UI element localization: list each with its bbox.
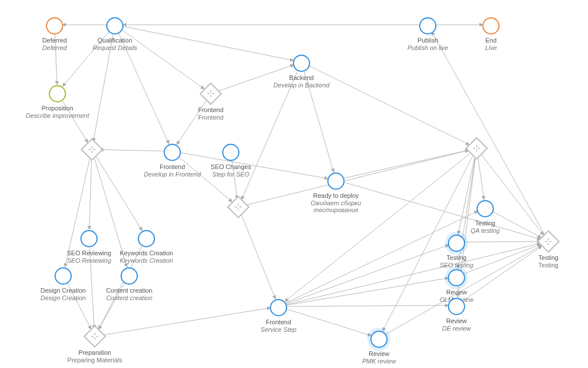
node-subtitle: SEO testing [411, 262, 502, 269]
node-circle-icon [46, 17, 63, 34]
gateway-subtitle: Frontend [165, 114, 257, 121]
node-subtitle: PMK review [333, 358, 425, 365]
gateway-gw_testing[interactable] [537, 230, 560, 253]
node-frontend_svc[interactable]: FrontendService Step [233, 299, 324, 333]
node-title: End [445, 37, 537, 44]
gateway-gw_left[interactable] [80, 138, 103, 161]
node-subtitle: Step for SEO [185, 171, 277, 178]
node-subtitle: Request Details [69, 44, 161, 51]
node-circle-icon [164, 144, 181, 161]
node-circle-icon [419, 17, 436, 34]
node-title: Content creation [83, 287, 175, 294]
gateway-gw_mid[interactable] [227, 195, 250, 218]
node-subtitle: QA testing [439, 227, 531, 234]
node-keywords[interactable]: Keywords CreationKeywords Creation [100, 230, 192, 264]
node-seo_changes[interactable]: SEO ChangesStep for SEO [185, 144, 277, 178]
node-review_de[interactable]: ReviewDE review [411, 298, 502, 332]
node-testing_seo[interactable]: TestingSEO testing [411, 235, 502, 269]
node-ready_deploy[interactable]: Ready to deployОжидает сборки тестирован… [290, 172, 382, 213]
node-circle-icon [121, 267, 138, 285]
node-circle-icon [55, 267, 72, 285]
gateway-label-gw_testing: TestingTesting [502, 252, 588, 269]
gateway-gw_right[interactable] [465, 137, 488, 160]
node-circle-icon [370, 331, 388, 348]
gateway-title: Testing [502, 254, 588, 261]
node-subtitle: Content creation [83, 294, 175, 301]
gateway-gw_frontend1[interactable] [199, 82, 222, 105]
node-backend[interactable]: BackendDevelop in Backend [256, 55, 347, 89]
gateway-subtitle: Testing [502, 262, 588, 269]
node-title: Proposition [11, 105, 103, 112]
node-title: Keywords Creation [100, 250, 192, 256]
node-title: Review [333, 350, 425, 357]
node-testing_qa[interactable]: TestingQA testing [439, 200, 531, 234]
node-subtitle: Ожидает сборки тестирования [290, 200, 382, 213]
gateway-title: Frontend [165, 106, 257, 113]
node-circle-icon [482, 17, 500, 34]
node-circle-icon [222, 144, 239, 161]
node-qualification[interactable]: QualificationRequest Details [69, 17, 161, 51]
gateway-label-gw_prep: PreparationPreparing Materials [49, 347, 141, 363]
node-title: Ready to deploy [290, 192, 382, 199]
gateway-subtitle: Preparing Materials [49, 356, 141, 363]
node-title: Frontend [233, 319, 324, 325]
node-circle-icon [477, 200, 494, 217]
node-proposition[interactable]: PropositionDescribe improvement [11, 85, 103, 119]
node-title: SEO Changes [185, 163, 277, 170]
edge [478, 156, 484, 200]
gateway-title: Preparation [49, 349, 141, 356]
node-circle-icon [49, 85, 66, 102]
node-circle-icon [138, 230, 155, 247]
node-subtitle: Describe improvement [11, 112, 103, 119]
gateway-gw_prep[interactable] [83, 325, 106, 348]
node-title: Testing [439, 220, 531, 227]
edge [89, 158, 91, 229]
node-title: Backend [256, 74, 347, 81]
node-circle-icon [327, 172, 345, 190]
node-circle-icon [80, 230, 98, 247]
node-title: Review [411, 317, 502, 324]
workflow-diagram: { "nodes": { "deferred": {"title":"Defer… [0, 0, 588, 368]
node-title: Qualification [69, 37, 161, 44]
node-subtitle: Keywords Creation [100, 257, 192, 264]
gateway-label-gw_frontend1: FrontendFrontend [165, 104, 257, 121]
node-review_pmk[interactable]: ReviewPMK review [333, 331, 425, 365]
node-end[interactable]: EndLive [445, 17, 537, 51]
edge [241, 214, 275, 299]
node-circle-icon [293, 55, 310, 72]
node-title: Review [411, 289, 502, 296]
node-title: Testing [411, 254, 502, 261]
node-circle-icon [448, 298, 465, 315]
node-circle-icon [448, 235, 465, 252]
node-circle-icon [106, 17, 123, 34]
node-subtitle: Live [445, 44, 537, 51]
node-circle-icon [270, 299, 287, 316]
node-subtitle: Develop in Backend [256, 82, 347, 89]
node-content[interactable]: Content creationContent creation [83, 267, 175, 301]
node-circle-icon [448, 269, 465, 286]
node-subtitle: Service Step [233, 326, 324, 333]
